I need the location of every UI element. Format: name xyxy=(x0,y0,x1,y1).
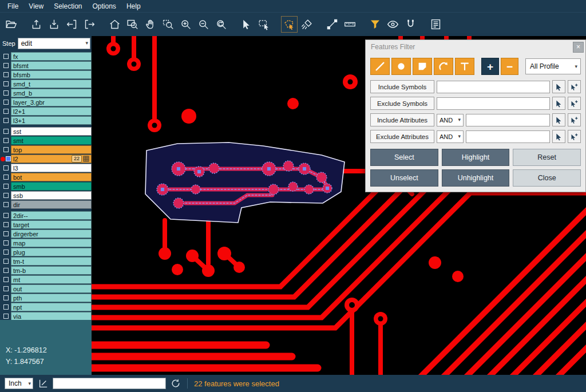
layer-visibility-checkbox[interactable] xyxy=(3,277,9,282)
box-arrow-down-button[interactable] xyxy=(46,16,62,33)
pick-add-from-canvas-button[interactable] xyxy=(568,80,581,93)
include-attributes-button[interactable]: Include Attributes xyxy=(370,113,434,126)
layer-name-cell[interactable]: top xyxy=(11,145,92,154)
select-polygon-button[interactable] xyxy=(281,16,298,33)
pick-from-canvas-button[interactable] xyxy=(552,130,565,143)
layer-row-l2[interactable]: l222 xyxy=(0,155,92,163)
filter-surface-button[interactable] xyxy=(413,58,432,75)
highlight-button[interactable]: Highlight xyxy=(442,149,510,166)
layer-visibility-checkbox[interactable] xyxy=(3,314,9,319)
layer-name-cell[interactable]: l222 xyxy=(11,155,92,163)
home-button[interactable] xyxy=(106,16,123,33)
layer-row-bfsmt[interactable]: bfsmt xyxy=(0,61,92,70)
measure-line-button[interactable] xyxy=(324,16,340,33)
layer-visibility-checkbox[interactable] xyxy=(3,295,9,300)
layer-row-smt[interactable]: smt xyxy=(0,136,92,145)
layer-row-tm-t[interactable]: tm-t xyxy=(0,257,92,266)
layer-name-cell[interactable]: ssb xyxy=(11,191,92,200)
layer-name-cell[interactable]: 2dir-- xyxy=(11,211,92,220)
pick-from-canvas-button[interactable] xyxy=(552,113,565,126)
layer-visibility-checkbox[interactable] xyxy=(3,54,9,59)
layer-row-ssb[interactable]: ssb xyxy=(0,191,92,200)
reset-button[interactable]: Reset xyxy=(513,149,581,166)
layer-name-cell[interactable]: smd_t xyxy=(11,80,92,88)
layer-row-dirgerber[interactable]: dirgerber xyxy=(0,229,92,238)
pcb-canvas[interactable]: Features Filter × +−All Profile▾ Include… xyxy=(92,36,586,375)
pick-add-from-canvas-button[interactable] xyxy=(568,97,581,110)
layer-row-2dir[interactable]: 2dir-- xyxy=(0,211,92,220)
exclude-symbols-input[interactable] xyxy=(437,97,550,110)
menu-file[interactable]: File xyxy=(2,2,23,10)
layer-visibility-checkbox[interactable] xyxy=(3,175,9,180)
bracket-arrow-left-button[interactable] xyxy=(64,16,80,33)
layer-row-top[interactable]: top xyxy=(0,145,92,154)
zoom-in-button[interactable] xyxy=(177,16,194,33)
layer-name-cell[interactable]: smd_b xyxy=(11,89,92,97)
layer-visibility-checkbox[interactable] xyxy=(3,202,9,207)
select-rect-button[interactable] xyxy=(256,16,272,33)
bracket-arrow-right-button[interactable] xyxy=(81,16,98,33)
box-arrow-up-button[interactable] xyxy=(28,16,45,33)
layer-visibility-checkbox[interactable] xyxy=(3,268,9,273)
layer-name-cell[interactable]: npt xyxy=(11,303,92,311)
angle-corner-icon[interactable] xyxy=(38,378,48,389)
layer-visibility-checkbox[interactable] xyxy=(3,90,9,96)
filter-funnel-button[interactable] xyxy=(367,16,383,33)
zoom-fit-button[interactable] xyxy=(124,16,141,33)
include-symbols-button[interactable]: Include Symbols xyxy=(370,80,434,93)
layer-name-cell[interactable]: fx xyxy=(11,52,92,61)
layer-name-cell[interactable]: layer_3.gbr xyxy=(11,98,92,106)
dialog-titlebar[interactable]: Features Filter × xyxy=(366,40,585,54)
layer-row-sst[interactable]: sst xyxy=(0,127,92,136)
layer-visibility-checkbox[interactable] xyxy=(3,231,9,236)
layer-row-map[interactable]: map xyxy=(0,239,92,247)
pick-from-canvas-button[interactable] xyxy=(552,80,565,93)
layer-row-tm-b[interactable]: tm-b xyxy=(0,266,92,275)
layer-name-cell[interactable]: bfsmt xyxy=(11,61,92,70)
layer-visibility-checkbox[interactable] xyxy=(3,259,9,264)
layer-name-cell[interactable]: plug xyxy=(11,248,92,256)
measure-ruler-button[interactable] xyxy=(342,16,358,33)
show-eye-button[interactable] xyxy=(385,16,401,33)
layer-visibility-checkbox[interactable] xyxy=(3,193,9,198)
layer-visibility-checkbox[interactable] xyxy=(3,118,9,123)
layer-visibility-checkbox[interactable] xyxy=(3,286,9,291)
dialog-close-button[interactable]: × xyxy=(573,42,584,53)
open-folder-button[interactable] xyxy=(3,16,19,33)
pick-add-from-canvas-button[interactable] xyxy=(568,130,581,143)
select-arrow-button[interactable] xyxy=(238,16,255,33)
layer-row-smb[interactable]: smb xyxy=(0,182,92,191)
layer-row-dir[interactable]: dir xyxy=(0,200,92,209)
select-button[interactable]: Select xyxy=(370,149,438,166)
layer-row-pth[interactable]: pth xyxy=(0,294,92,302)
layer-row-plug[interactable]: plug xyxy=(0,248,92,256)
layer-row-bot[interactable]: bot xyxy=(0,173,92,181)
profile-select[interactable]: All Profile▾ xyxy=(525,58,581,74)
filter-text-button[interactable] xyxy=(455,58,474,75)
layer-visibility-checkbox[interactable] xyxy=(3,109,9,114)
layer-name-cell[interactable]: l3+1 xyxy=(11,116,92,125)
pan-hand-button[interactable] xyxy=(142,16,159,33)
include-symbols-input[interactable] xyxy=(437,81,550,93)
command-input[interactable] xyxy=(53,378,166,389)
filter-pad-button[interactable] xyxy=(391,58,411,75)
snap-magnet-button[interactable] xyxy=(402,16,419,33)
clear-brush-button[interactable] xyxy=(299,16,315,33)
filter-arc-button[interactable] xyxy=(434,58,453,75)
layer-visibility-checkbox[interactable] xyxy=(3,240,9,246)
layer-name-cell[interactable]: tm-b xyxy=(11,266,92,275)
layer-row-smd-t[interactable]: smd_t xyxy=(0,80,92,88)
close-button[interactable]: Close xyxy=(513,169,581,187)
layer-row-out[interactable]: out xyxy=(0,284,92,293)
layers-panel-button[interactable] xyxy=(427,16,444,33)
layer-name-cell[interactable]: bfsmb xyxy=(11,70,92,79)
layer-visibility-checkbox[interactable] xyxy=(6,156,11,161)
exclude-attributes-input[interactable] xyxy=(466,130,550,143)
unselect-button[interactable]: Unselect xyxy=(370,169,438,187)
layer-row-l3[interactable]: l3 xyxy=(0,164,92,172)
layer-visibility-checkbox[interactable] xyxy=(3,100,9,105)
layer-row-fx[interactable]: fx xyxy=(0,52,92,61)
zoom-reset-button[interactable] xyxy=(213,16,229,33)
layer-name-cell[interactable]: out xyxy=(11,284,92,293)
remove-filter-button[interactable]: − xyxy=(501,58,518,75)
